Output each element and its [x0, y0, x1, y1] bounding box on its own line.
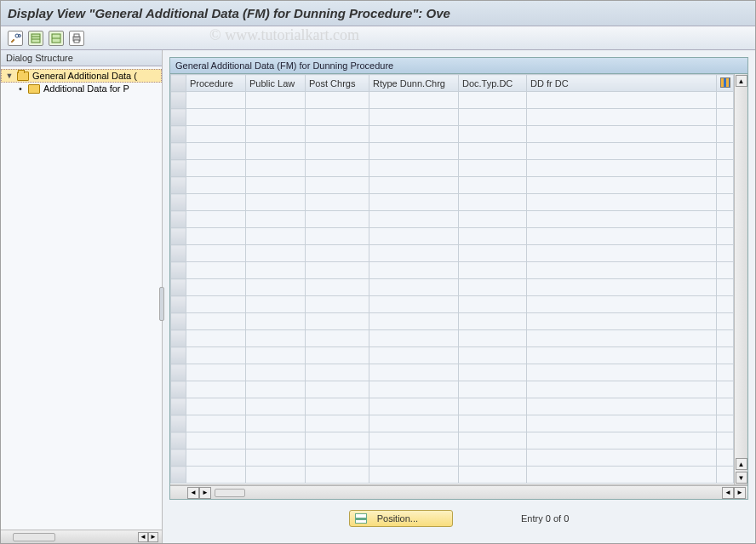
grid-cell[interactable] [246, 211, 306, 228]
grid-cell[interactable] [306, 228, 369, 245]
grid-cell[interactable] [186, 126, 246, 143]
grid-cell[interactable] [527, 415, 717, 432]
col-header-doc-typ-dc[interactable]: Doc.Typ.DC [459, 75, 527, 92]
grid-cell[interactable] [306, 415, 369, 432]
table-row[interactable] [171, 262, 734, 279]
grid-cell[interactable] [459, 467, 527, 484]
scroll-left-icon[interactable]: ◄ [187, 487, 199, 499]
row-selector[interactable] [171, 432, 186, 450]
grid-cell[interactable] [369, 381, 459, 398]
grid-cell[interactable] [246, 228, 306, 245]
grid-cell[interactable] [306, 398, 369, 415]
grid-cell[interactable] [246, 262, 306, 279]
grid-cell[interactable] [246, 279, 306, 296]
grid-cell[interactable] [369, 177, 459, 194]
row-selector[interactable] [171, 228, 186, 245]
table-row[interactable] [171, 126, 734, 143]
table-row[interactable] [171, 279, 734, 296]
grid-cell[interactable] [459, 415, 527, 432]
grid-cell[interactable] [527, 398, 717, 415]
grid-cell[interactable] [186, 109, 246, 126]
grid-cell[interactable] [186, 194, 246, 211]
tree-node-root[interactable]: ▼ General Additional Data ( [1, 69, 162, 83]
grid-cell[interactable] [527, 160, 717, 177]
grid-cell[interactable] [369, 262, 459, 279]
configure-columns-button[interactable] [717, 75, 734, 92]
table-row[interactable] [171, 467, 734, 484]
grid-cell[interactable] [459, 432, 527, 450]
grid-vscrollbar[interactable]: ▲ ▲ ▼ [734, 74, 747, 484]
grid-cell[interactable] [186, 364, 246, 381]
grid-cell[interactable] [246, 160, 306, 177]
grid-cell[interactable] [246, 177, 306, 194]
scroll-up-icon[interactable]: ▲ [736, 75, 747, 87]
grid-cell[interactable] [306, 279, 369, 296]
row-selector[interactable] [171, 347, 186, 364]
row-selector[interactable] [171, 126, 186, 143]
grid-cell[interactable] [369, 245, 459, 262]
grid-cell[interactable] [459, 364, 527, 381]
row-selector[interactable] [171, 381, 186, 398]
table-row[interactable] [171, 109, 734, 126]
grid-cell[interactable] [369, 398, 459, 415]
grid-cell[interactable] [459, 245, 527, 262]
grid-cell[interactable] [527, 126, 717, 143]
grid-cell[interactable] [527, 450, 717, 467]
grid-cell[interactable] [527, 330, 717, 347]
grid-cell[interactable] [369, 92, 459, 109]
table-row[interactable] [171, 177, 734, 194]
table-row[interactable] [171, 194, 734, 211]
grid-cell[interactable] [306, 262, 369, 279]
grid-cell[interactable] [369, 194, 459, 211]
grid-cell[interactable] [369, 296, 459, 313]
grid-cell[interactable] [459, 450, 527, 467]
grid-cell[interactable] [369, 450, 459, 467]
grid-cell[interactable] [459, 194, 527, 211]
grid-cell[interactable] [459, 296, 527, 313]
scroll-right-icon[interactable]: ► [734, 487, 746, 499]
grid-cell[interactable] [369, 109, 459, 126]
expand-all-button[interactable] [28, 31, 43, 46]
grid-cell[interactable] [306, 143, 369, 160]
grid-cell[interactable] [527, 467, 717, 484]
row-selector[interactable] [171, 109, 186, 126]
grid-cell[interactable] [459, 177, 527, 194]
grid-cell[interactable] [369, 143, 459, 160]
col-header-public-law[interactable]: Public Law [246, 75, 306, 92]
grid-cell[interactable] [246, 194, 306, 211]
grid-cell[interactable] [527, 279, 717, 296]
table-row[interactable] [171, 245, 734, 262]
grid-cell[interactable] [186, 330, 246, 347]
grid-cell[interactable] [306, 330, 369, 347]
grid-cell[interactable] [246, 109, 306, 126]
row-selector[interactable] [171, 279, 186, 296]
grid-cell[interactable] [246, 92, 306, 109]
grid-hscrollbar[interactable]: ◄ ► ◄ ► [170, 485, 747, 499]
grid-cell[interactable] [246, 347, 306, 364]
grid-cell[interactable] [527, 364, 717, 381]
table-row[interactable] [171, 330, 734, 347]
scroll-down-icon[interactable]: ▼ [736, 472, 747, 484]
table-row[interactable] [171, 415, 734, 432]
grid-cell[interactable] [306, 177, 369, 194]
row-selector[interactable] [171, 160, 186, 177]
grid-cell[interactable] [527, 296, 717, 313]
grid-cell[interactable] [459, 347, 527, 364]
row-selector[interactable] [171, 92, 186, 109]
table-row[interactable] [171, 347, 734, 364]
grid-cell[interactable] [246, 467, 306, 484]
col-header-procedure[interactable]: Procedure [186, 75, 246, 92]
table-row[interactable] [171, 160, 734, 177]
grid-cell[interactable] [306, 245, 369, 262]
vscroll-track[interactable] [735, 88, 747, 457]
grid-cell[interactable] [186, 143, 246, 160]
grid-cell[interactable] [186, 245, 246, 262]
toggle-edit-button[interactable] [8, 31, 23, 46]
grid-cell[interactable] [306, 211, 369, 228]
grid-cell[interactable] [459, 330, 527, 347]
grid-cell[interactable] [306, 296, 369, 313]
grid-cell[interactable] [186, 415, 246, 432]
grid-cell[interactable] [246, 398, 306, 415]
grid-cell[interactable] [186, 450, 246, 467]
row-selector[interactable] [171, 211, 186, 228]
